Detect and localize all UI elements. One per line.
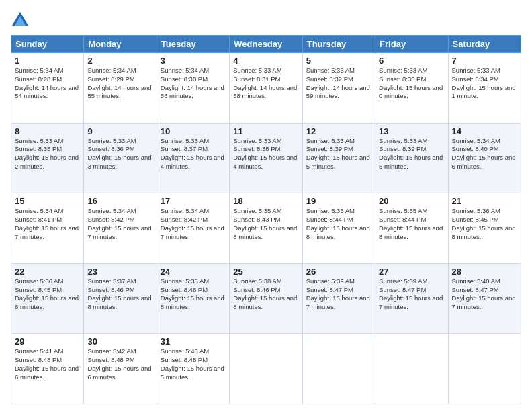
- calendar-page: SundayMondayTuesdayWednesdayThursdayFrid…: [0, 0, 532, 411]
- week-row-1: 1Sunrise: 5:34 AMSunset: 8:28 PMDaylight…: [11, 53, 521, 124]
- calendar-body: 1Sunrise: 5:34 AMSunset: 8:28 PMDaylight…: [11, 53, 521, 404]
- day-cell: 26Sunrise: 5:39 AMSunset: 8:47 PMDayligh…: [302, 263, 375, 334]
- day-info: Sunrise: 5:34 AMSunset: 8:40 PMDaylight:…: [452, 137, 517, 171]
- day-number: 22: [15, 267, 80, 277]
- day-cell: 8Sunrise: 5:33 AMSunset: 8:35 PMDaylight…: [11, 123, 84, 193]
- day-info: Sunrise: 5:34 AMSunset: 8:42 PMDaylight:…: [87, 207, 152, 241]
- day-number: 18: [233, 196, 298, 206]
- day-cell: 5Sunrise: 5:33 AMSunset: 8:32 PMDaylight…: [302, 53, 375, 124]
- calendar-header: SundayMondayTuesdayWednesdayThursdayFrid…: [11, 36, 521, 53]
- day-cell: 21Sunrise: 5:36 AMSunset: 8:45 PMDayligh…: [448, 193, 521, 264]
- day-number: 28: [452, 267, 517, 277]
- day-number: 12: [306, 126, 371, 136]
- day-info: Sunrise: 5:34 AMSunset: 8:42 PMDaylight:…: [161, 207, 226, 241]
- day-cell: 7Sunrise: 5:33 AMSunset: 8:34 PMDaylight…: [448, 53, 521, 124]
- day-cell: 25Sunrise: 5:38 AMSunset: 8:46 PMDayligh…: [230, 263, 302, 334]
- day-info: Sunrise: 5:33 AMSunset: 8:38 PMDaylight:…: [233, 137, 298, 171]
- logo-icon: [11, 11, 30, 30]
- day-cell: 16Sunrise: 5:34 AMSunset: 8:42 PMDayligh…: [84, 193, 157, 264]
- day-info: Sunrise: 5:34 AMSunset: 8:29 PMDaylight:…: [87, 66, 152, 101]
- day-cell: 31Sunrise: 5:43 AMSunset: 8:48 PMDayligh…: [157, 334, 229, 404]
- day-cell: [302, 334, 375, 404]
- day-number: 1: [15, 56, 80, 66]
- day-number: 25: [233, 267, 298, 277]
- day-number: 5: [306, 56, 371, 66]
- day-info: Sunrise: 5:35 AMSunset: 8:44 PMDaylight:…: [379, 207, 444, 241]
- week-row-3: 15Sunrise: 5:34 AMSunset: 8:41 PMDayligh…: [11, 193, 521, 264]
- day-number: 29: [15, 336, 80, 347]
- day-cell: 12Sunrise: 5:33 AMSunset: 8:39 PMDayligh…: [302, 123, 375, 193]
- day-info: Sunrise: 5:33 AMSunset: 8:35 PMDaylight:…: [15, 137, 80, 171]
- day-cell: 13Sunrise: 5:33 AMSunset: 8:39 PMDayligh…: [375, 123, 448, 193]
- day-cell: [375, 334, 448, 404]
- day-info: Sunrise: 5:36 AMSunset: 8:45 PMDaylight:…: [15, 277, 80, 312]
- day-number: 26: [306, 267, 371, 277]
- day-info: Sunrise: 5:34 AMSunset: 8:41 PMDaylight:…: [15, 207, 80, 241]
- day-info: Sunrise: 5:33 AMSunset: 8:39 PMDaylight:…: [306, 137, 371, 171]
- day-info: Sunrise: 5:39 AMSunset: 8:47 PMDaylight:…: [379, 277, 444, 312]
- day-info: Sunrise: 5:33 AMSunset: 8:32 PMDaylight:…: [306, 66, 371, 101]
- day-number: 10: [161, 126, 226, 136]
- header-sunday: Sunday: [11, 36, 84, 53]
- day-cell: 24Sunrise: 5:38 AMSunset: 8:46 PMDayligh…: [157, 263, 229, 334]
- header-monday: Monday: [84, 36, 157, 53]
- day-number: 20: [379, 196, 444, 206]
- day-cell: 15Sunrise: 5:34 AMSunset: 8:41 PMDayligh…: [11, 193, 84, 264]
- day-cell: [448, 334, 521, 404]
- day-info: Sunrise: 5:42 AMSunset: 8:48 PMDaylight:…: [87, 347, 152, 381]
- day-number: 19: [306, 196, 371, 206]
- day-info: Sunrise: 5:33 AMSunset: 8:36 PMDaylight:…: [87, 137, 152, 171]
- header-thursday: Thursday: [302, 36, 375, 53]
- calendar-table: SundayMondayTuesdayWednesdayThursdayFrid…: [11, 35, 521, 404]
- day-info: Sunrise: 5:33 AMSunset: 8:39 PMDaylight:…: [379, 137, 444, 171]
- day-cell: 4Sunrise: 5:33 AMSunset: 8:31 PMDaylight…: [230, 53, 302, 124]
- day-cell: 29Sunrise: 5:41 AMSunset: 8:48 PMDayligh…: [11, 334, 84, 404]
- day-cell: 1Sunrise: 5:34 AMSunset: 8:28 PMDaylight…: [11, 53, 84, 124]
- day-cell: 30Sunrise: 5:42 AMSunset: 8:48 PMDayligh…: [84, 334, 157, 404]
- day-info: Sunrise: 5:41 AMSunset: 8:48 PMDaylight:…: [15, 347, 80, 381]
- day-cell: [230, 334, 302, 404]
- day-info: Sunrise: 5:38 AMSunset: 8:46 PMDaylight:…: [233, 277, 298, 312]
- day-number: 31: [161, 336, 226, 347]
- day-cell: 27Sunrise: 5:39 AMSunset: 8:47 PMDayligh…: [375, 263, 448, 334]
- day-info: Sunrise: 5:33 AMSunset: 8:33 PMDaylight:…: [379, 66, 444, 101]
- day-number: 9: [87, 126, 152, 136]
- day-info: Sunrise: 5:40 AMSunset: 8:47 PMDaylight:…: [452, 277, 517, 312]
- day-cell: 22Sunrise: 5:36 AMSunset: 8:45 PMDayligh…: [11, 263, 84, 334]
- day-cell: 3Sunrise: 5:34 AMSunset: 8:30 PMDaylight…: [157, 53, 229, 124]
- header-friday: Friday: [375, 36, 448, 53]
- header-wednesday: Wednesday: [230, 36, 302, 53]
- day-info: Sunrise: 5:38 AMSunset: 8:46 PMDaylight:…: [161, 277, 226, 312]
- week-row-5: 29Sunrise: 5:41 AMSunset: 8:48 PMDayligh…: [11, 334, 521, 404]
- day-number: 16: [87, 196, 152, 206]
- day-number: 4: [233, 56, 298, 66]
- week-row-4: 22Sunrise: 5:36 AMSunset: 8:45 PMDayligh…: [11, 263, 521, 334]
- day-number: 2: [87, 56, 152, 66]
- day-info: Sunrise: 5:39 AMSunset: 8:47 PMDaylight:…: [306, 277, 371, 312]
- day-number: 3: [161, 56, 226, 66]
- day-cell: 20Sunrise: 5:35 AMSunset: 8:44 PMDayligh…: [375, 193, 448, 264]
- day-info: Sunrise: 5:36 AMSunset: 8:45 PMDaylight:…: [452, 207, 517, 241]
- logo: [11, 11, 32, 30]
- week-row-2: 8Sunrise: 5:33 AMSunset: 8:35 PMDaylight…: [11, 123, 521, 193]
- day-number: 8: [15, 126, 80, 136]
- day-info: Sunrise: 5:35 AMSunset: 8:44 PMDaylight:…: [306, 207, 371, 241]
- day-cell: 19Sunrise: 5:35 AMSunset: 8:44 PMDayligh…: [302, 193, 375, 264]
- day-cell: 17Sunrise: 5:34 AMSunset: 8:42 PMDayligh…: [157, 193, 229, 264]
- day-number: 7: [452, 56, 517, 66]
- day-number: 11: [233, 126, 298, 136]
- day-number: 13: [379, 126, 444, 136]
- day-cell: 2Sunrise: 5:34 AMSunset: 8:29 PMDaylight…: [84, 53, 157, 124]
- day-number: 24: [161, 267, 226, 277]
- day-cell: 23Sunrise: 5:37 AMSunset: 8:46 PMDayligh…: [84, 263, 157, 334]
- day-number: 27: [379, 267, 444, 277]
- header-row: SundayMondayTuesdayWednesdayThursdayFrid…: [11, 36, 521, 53]
- day-cell: 6Sunrise: 5:33 AMSunset: 8:33 PMDaylight…: [375, 53, 448, 124]
- day-number: 6: [379, 56, 444, 66]
- day-cell: 18Sunrise: 5:35 AMSunset: 8:43 PMDayligh…: [230, 193, 302, 264]
- day-info: Sunrise: 5:37 AMSunset: 8:46 PMDaylight:…: [87, 277, 152, 312]
- day-cell: 14Sunrise: 5:34 AMSunset: 8:40 PMDayligh…: [448, 123, 521, 193]
- day-cell: 11Sunrise: 5:33 AMSunset: 8:38 PMDayligh…: [230, 123, 302, 193]
- day-number: 23: [87, 267, 152, 277]
- day-number: 17: [161, 196, 226, 206]
